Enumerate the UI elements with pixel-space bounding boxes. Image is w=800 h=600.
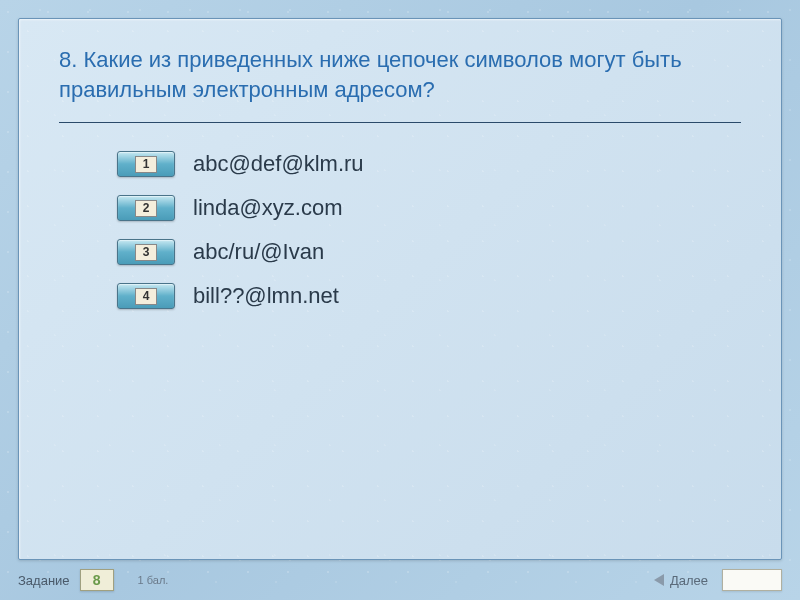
quiz-panel: 8. Какие из приведенных ниже цепочек сим… — [18, 18, 782, 560]
option-number: 3 — [135, 244, 157, 261]
option-button-4[interactable]: 4 — [117, 283, 175, 309]
option-button-3[interactable]: 3 — [117, 239, 175, 265]
option-text: abc/ru/@Ivan — [193, 239, 324, 265]
question-text: 8. Какие из приведенных ниже цепочек сим… — [59, 45, 741, 104]
task-number: 8 — [80, 569, 114, 591]
task-label: Задание — [18, 573, 70, 588]
next-button[interactable]: Далее — [654, 569, 782, 591]
next-label: Далее — [670, 573, 708, 588]
option-number: 1 — [135, 156, 157, 173]
option-row: 1 abc@def@klm.ru — [117, 151, 741, 177]
next-field — [722, 569, 782, 591]
option-text: bill??@lmn.net — [193, 283, 339, 309]
option-row: 4 bill??@lmn.net — [117, 283, 741, 309]
option-row: 2 linda@xyz.com — [117, 195, 741, 221]
option-button-1[interactable]: 1 — [117, 151, 175, 177]
option-number: 2 — [135, 200, 157, 217]
option-number: 4 — [135, 288, 157, 305]
arrow-left-icon — [654, 574, 664, 586]
option-text: linda@xyz.com — [193, 195, 343, 221]
option-button-2[interactable]: 2 — [117, 195, 175, 221]
divider — [59, 122, 741, 123]
score-label: 1 бал. — [138, 574, 169, 586]
footer-bar: Задание 8 1 бал. Далее — [0, 560, 800, 600]
option-row: 3 abc/ru/@Ivan — [117, 239, 741, 265]
options-list: 1 abc@def@klm.ru 2 linda@xyz.com 3 abc/r… — [117, 151, 741, 309]
option-text: abc@def@klm.ru — [193, 151, 364, 177]
